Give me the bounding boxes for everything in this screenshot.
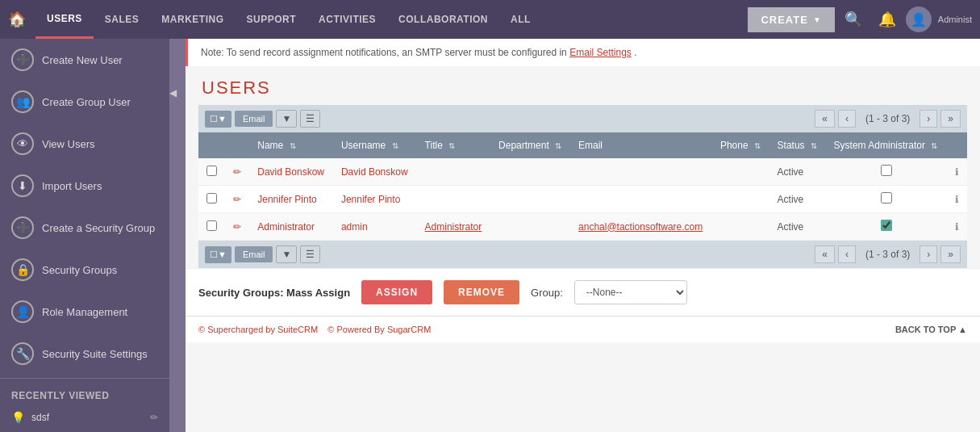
last-page-button-bottom[interactable]: » [940, 245, 961, 263]
sidebar-item-create-group-user[interactable]: 👥 Create Group User [0, 81, 169, 123]
table-row: ✏ David Bonskow David Bonskow Active ℹ [198, 158, 967, 186]
nav-item-support[interactable]: SUPPORT [236, 0, 308, 39]
sugarcrm-link[interactable]: © Powered By SugarCRM [327, 325, 431, 334]
lock-icon: 🔒 [11, 258, 34, 281]
sysadmin-checkbox[interactable] [881, 220, 892, 231]
users-table: Name ⇅ Username ⇅ Title ⇅ Department [198, 132, 967, 241]
sidebar-item-security-suite-settings[interactable]: 🔧 Security Suite Settings [0, 333, 169, 375]
sysadmin-checkbox[interactable] [881, 165, 892, 176]
columns-icon-bottom[interactable]: ☰ [300, 245, 320, 263]
user-username-link[interactable]: admin [341, 221, 368, 233]
nav-item-sales[interactable]: SALES [94, 0, 151, 39]
th-username[interactable]: Username ⇅ [333, 132, 417, 158]
plus-circle-icon: ➕ [11, 48, 34, 71]
th-edit [225, 132, 249, 158]
nav-item-all[interactable]: ALL [499, 0, 542, 39]
notifications-icon[interactable]: 🔔 [872, 7, 903, 31]
row-info-1: ℹ [947, 186, 967, 213]
first-page-button[interactable]: « [815, 110, 835, 128]
sidebar-item-label: Create New User [42, 54, 123, 66]
th-sysadmin[interactable]: System Administrator ⇅ [826, 132, 947, 158]
sidebar-item-create-new-user[interactable]: ➕ Create New User [0, 39, 169, 81]
user-username-link[interactable]: David Bonskow [341, 166, 408, 178]
row-department-0 [490, 158, 570, 186]
row-checkbox-0[interactable] [198, 158, 225, 186]
filter-icon-top[interactable]: ▼ [276, 110, 297, 128]
back-to-top[interactable]: BACK TO TOP ▲ [895, 325, 967, 334]
th-phone[interactable]: Phone ⇅ [712, 132, 769, 158]
edit-pencil-icon[interactable]: ✏ [233, 166, 241, 178]
footer-left: © Supercharged by SuiteCRM © Powered By … [198, 325, 431, 334]
nav-item-activities[interactable]: ACTIVITIES [307, 0, 387, 39]
select-all-dropdown-bottom[interactable]: ☐ ▼ [205, 246, 231, 263]
sidebar-item-security-groups[interactable]: 🔒 Security Groups [0, 249, 169, 291]
row-info-2: ℹ [947, 213, 967, 241]
next-page-button-bottom[interactable]: › [920, 245, 937, 263]
edit-pencil-icon[interactable]: ✏ [233, 221, 241, 233]
row-checkbox-2[interactable] [198, 213, 225, 241]
sidebar-item-create-security-group[interactable]: ➕ Create a Security Group [0, 207, 169, 249]
user-name-link[interactable]: Jennifer Pinto [257, 194, 316, 205]
home-icon[interactable]: 🏠 [8, 10, 26, 28]
admin-label: Administ [938, 15, 972, 24]
th-department[interactable]: Department ⇅ [490, 132, 570, 158]
table-row: ✏ Administrator admin Administrator anch… [198, 213, 967, 241]
assign-button[interactable]: ASSIGN [361, 280, 432, 304]
sidebar-item-view-users[interactable]: 👁 View Users [0, 123, 169, 165]
th-email[interactable]: Email [570, 132, 712, 158]
prev-page-button-bottom[interactable]: ‹ [838, 245, 856, 263]
email-button-bottom[interactable]: Email [235, 246, 273, 262]
nav-item-marketing[interactable]: MARKETING [150, 0, 235, 39]
sysadmin-checkbox[interactable] [881, 192, 892, 203]
sidebar-divider [0, 378, 169, 379]
search-icon[interactable]: 🔍 [838, 7, 869, 31]
info-icon[interactable]: ℹ [955, 221, 959, 233]
filter-icon-bottom[interactable]: ▼ [276, 245, 297, 263]
nav-item-users[interactable]: USERS [35, 0, 94, 39]
columns-icon-top[interactable]: ☰ [300, 110, 320, 128]
remove-button[interactable]: REMOVE [444, 280, 519, 304]
sidebar-item-import-users[interactable]: ⬇ Import Users [0, 165, 169, 207]
user-name-link[interactable]: Administrator [257, 221, 315, 233]
th-info [947, 132, 967, 158]
bulb-icon: 💡 [11, 411, 25, 424]
first-page-button-bottom[interactable]: « [815, 245, 835, 263]
email-settings-link[interactable]: Email Settings [569, 47, 632, 58]
row-edit-0: ✏ [225, 158, 249, 186]
row-checkbox-1[interactable] [198, 186, 225, 213]
row-phone-1 [712, 186, 769, 213]
create-button[interactable]: CREATE ▼ [748, 7, 834, 32]
group-select[interactable]: --None-- [574, 280, 687, 304]
row-email-0 [570, 158, 712, 186]
edit-pencil-icon[interactable]: ✏ [233, 194, 241, 205]
email-link[interactable]: anchal@tactionsoftware.com [578, 221, 703, 233]
th-title[interactable]: Title ⇅ [417, 132, 491, 158]
th-name[interactable]: Name ⇅ [249, 132, 333, 158]
user-username-link[interactable]: Jennifer Pinto [341, 194, 400, 205]
sidebar-item-label: Create a Security Group [42, 222, 155, 234]
row-name-1: Jennifer Pinto [249, 186, 333, 213]
next-page-button[interactable]: › [920, 110, 937, 128]
prev-page-button[interactable]: ‹ [838, 110, 856, 128]
info-icon[interactable]: ℹ [955, 194, 959, 205]
recently-viewed-item-sdsf[interactable]: 💡 sdsf ✏ [0, 405, 169, 430]
edit-icon-sdsf[interactable]: ✏ [150, 412, 158, 423]
info-icon[interactable]: ℹ [955, 166, 959, 178]
row-email-2: anchal@tactionsoftware.com [570, 213, 712, 241]
last-page-button[interactable]: » [940, 110, 961, 128]
sidebar-collapse-button[interactable]: ◀ [169, 39, 186, 432]
sort-username-icon: ⇅ [392, 141, 398, 150]
collapse-arrow-icon: ◀ [169, 87, 177, 99]
row-sysadmin-0 [826, 158, 947, 186]
row-edit-2: ✏ [225, 213, 249, 241]
th-status[interactable]: Status ⇅ [769, 132, 826, 158]
select-all-dropdown[interactable]: ☐ ▼ [205, 111, 231, 128]
user-name-link[interactable]: David Bonskow [257, 166, 324, 178]
table-header-row: Name ⇅ Username ⇅ Title ⇅ Department [198, 132, 967, 158]
sidebar-item-role-management[interactable]: 👤 Role Management [0, 291, 169, 333]
row-username-1: Jennifer Pinto [333, 186, 417, 213]
suitecrm-link[interactable]: © Supercharged by SuiteCRM [198, 325, 318, 334]
nav-item-collaboration[interactable]: COLLABORATION [387, 0, 499, 39]
avatar[interactable]: 👤 [906, 6, 932, 32]
email-button-top[interactable]: Email [235, 111, 273, 127]
